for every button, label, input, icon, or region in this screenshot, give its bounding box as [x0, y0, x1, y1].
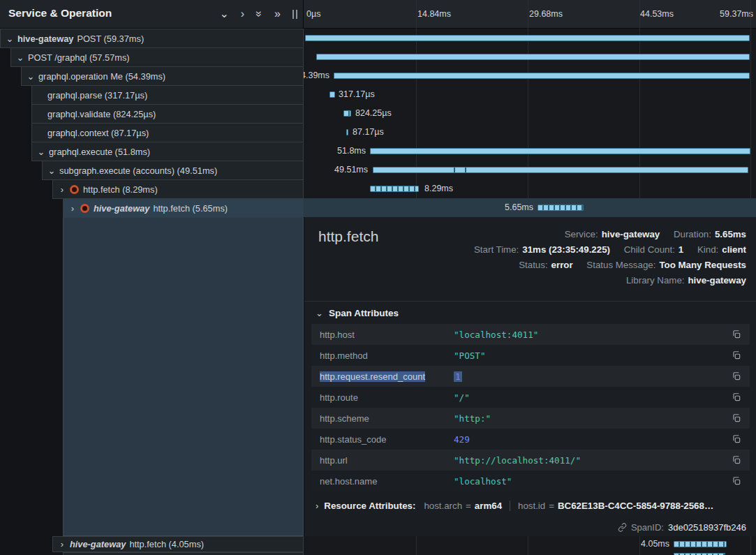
chevron-down-icon[interactable]: ⌄	[26, 71, 36, 82]
span-label: graphql.operation Me (54.39ms)	[38, 71, 165, 82]
copy-icon[interactable]	[732, 392, 741, 402]
span-bar[interactable]	[346, 129, 348, 135]
span-bar[interactable]	[373, 167, 748, 173]
duration-label: 4.39ms	[304, 66, 329, 85]
attribute-row[interactable]: http.method "POST"	[311, 345, 750, 366]
attribute-key: http.method	[320, 350, 454, 361]
span-attributes-header[interactable]: ⌄Span Attributes	[316, 308, 399, 318]
status-message-label: Status Message:	[586, 260, 655, 270]
chevron-right-icon[interactable]: ›	[57, 539, 67, 549]
service-name: hive-gateway	[94, 203, 149, 214]
span-label: graphql.execute (51.8ms)	[49, 147, 150, 157]
attribute-key: http.status_code	[320, 434, 454, 445]
attribute-row[interactable]: http.status_code 429	[311, 429, 750, 450]
copy-icon[interactable]	[732, 455, 741, 465]
tick-label: 14.84ms	[417, 9, 451, 19]
span-label: POST /graphql (57.57ms)	[28, 52, 130, 63]
span-label: graphql.context (87.17µs)	[47, 128, 149, 138]
attribute-row[interactable]: http.url "http://localhost:4011/"	[311, 450, 750, 471]
copy-icon[interactable]	[732, 350, 741, 360]
collapse-all-icon[interactable]: »	[254, 11, 265, 17]
resource-attributes-row[interactable]: › Resource Attributes: host.arch = arm64…	[316, 501, 713, 511]
panel-title: Service & Operation	[8, 7, 112, 20]
span-bar[interactable]	[370, 186, 419, 192]
resource-attributes-title: Resource Attributes:	[324, 501, 415, 511]
span-label: graphql.validate (824.25µs)	[47, 109, 156, 119]
status-label: Status:	[519, 260, 547, 270]
chevron-down-icon[interactable]: ⌄	[36, 147, 46, 157]
chevron-down-icon[interactable]: ⌄	[47, 165, 57, 176]
chevron-right-icon[interactable]: ›	[57, 184, 67, 195]
span-label: http.fetch (8.29ms)	[83, 184, 158, 195]
attribute-row[interactable]: net.host.name "localhost"	[311, 471, 750, 491]
collapse-icon[interactable]: ⌄	[219, 8, 228, 20]
tree-row-graphql-context[interactable]: graphql.context (87.17µs)	[31, 123, 304, 142]
start-time-value: 31ms (23:35:49.225)	[522, 244, 610, 255]
resource-value: BC62E13B-C4CC-5854-9788-2568…	[558, 501, 713, 511]
expand-icon[interactable]: ›	[241, 8, 244, 20]
span-bar[interactable]	[316, 54, 750, 60]
attribute-key: http.host	[320, 330, 454, 340]
library-name-value: hive-gateway	[688, 275, 746, 286]
duration-label: 4.05ms	[641, 536, 669, 552]
attribute-value: 1	[454, 371, 462, 382]
span-bar[interactable]	[334, 73, 750, 79]
header-icons: ⌄ › » »	[219, 0, 297, 28]
trace-viewer: 0µs 14.84ms 29.68ms 44.53ms 59.37ms 4.39…	[0, 0, 756, 555]
tree-row-graphql-execute[interactable]: ⌄ graphql.execute (51.8ms)	[31, 142, 304, 161]
span-meta: Service:hive-gateway Duration:5.65ms Sta…	[474, 227, 746, 288]
attribute-value: "http:"	[454, 413, 491, 424]
tree-row-http-fetch-4ms[interactable]: › hive-gateway http.fetch (4.05ms)	[52, 536, 304, 552]
panel-resizer-handle[interactable]	[292, 10, 297, 19]
span-bar-row: 317.17µs	[304, 85, 756, 104]
span-detail-title: http.fetch	[318, 228, 378, 245]
attribute-row-selected[interactable]: http.request.resend_count 1	[311, 366, 750, 387]
span-bar[interactable]	[674, 541, 727, 547]
expand-all-icon[interactable]: »	[274, 8, 281, 20]
attribute-row[interactable]: http.route "/"	[311, 387, 750, 408]
child-count-value: 1	[679, 244, 683, 255]
span-bar-row	[304, 47, 756, 66]
attribute-row[interactable]: http.host "localhost:4011"	[311, 324, 750, 345]
copy-icon[interactable]	[732, 413, 741, 423]
equals-sign: =	[549, 501, 554, 511]
attribute-key: http.route	[320, 392, 454, 403]
span-label: subgraph.execute (accounts) (49.51ms)	[59, 165, 217, 176]
span-bar-row: 824.25µs	[304, 104, 756, 123]
span-bar[interactable]	[329, 91, 335, 98]
duration-label: Duration:	[674, 229, 711, 239]
tree-row-subgraph-execute[interactable]: ⌄ subgraph.execute (accounts) (49.51ms)	[42, 161, 304, 180]
chevron-down-icon[interactable]: ⌄	[5, 34, 15, 44]
attribute-key: net.host.name	[320, 476, 454, 487]
copy-icon[interactable]	[732, 476, 741, 486]
duration-label: 317.17µs	[339, 85, 375, 104]
separator	[510, 501, 510, 511]
copy-icon[interactable]	[732, 330, 741, 339]
tree-row-graphql-parse[interactable]: graphql.parse (317.17µs)	[31, 85, 304, 105]
tree-row-post-graphql[interactable]: ⌄ POST /graphql (57.57ms)	[10, 47, 304, 67]
span-bar[interactable]	[370, 148, 750, 154]
start-time-label: Start Time:	[474, 244, 519, 255]
error-icon	[80, 204, 89, 213]
chevron-right-icon[interactable]: ›	[68, 203, 77, 214]
tree-row-graphql-operation[interactable]: ⌄ graphql.operation Me (54.39ms)	[21, 66, 304, 86]
span-bar[interactable]	[305, 35, 750, 41]
span-id-label: SpanID:	[631, 522, 664, 533]
tree-row-graphql-validate[interactable]: graphql.validate (824.25µs)	[31, 104, 304, 124]
span-bar[interactable]	[538, 205, 584, 211]
tree-row-http-fetch-8ms[interactable]: › http.fetch (8.29ms)	[52, 179, 304, 199]
service-name: hive-gateway	[70, 539, 126, 549]
tree-row-hive-gateway-post[interactable]: ⌄ hive-gateway POST (59.37ms)	[0, 29, 304, 48]
link-icon[interactable]	[618, 523, 627, 532]
span-bar-row: 8.29ms	[304, 179, 756, 198]
copy-icon[interactable]	[732, 434, 741, 444]
attribute-row[interactable]: http.scheme "http:"	[311, 408, 750, 429]
tree-row-http-fetch-5ms-selected[interactable]: › hive-gateway http.fetch (5.65ms)	[63, 198, 304, 218]
chevron-down-icon[interactable]: ⌄	[15, 52, 25, 63]
copy-icon[interactable]	[732, 371, 741, 381]
span-attributes-title: Span Attributes	[329, 308, 399, 318]
timeline-ruler: 0µs 14.84ms 29.68ms 44.53ms 59.37ms	[304, 0, 756, 29]
resource-key: host.arch	[424, 501, 462, 511]
span-bar[interactable]	[343, 110, 351, 117]
resource-key: host.id	[518, 501, 545, 511]
